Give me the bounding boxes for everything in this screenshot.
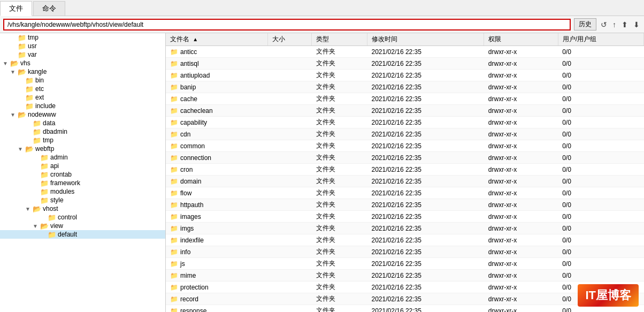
table-row[interactable]: 📁banip文件夹2021/02/16 22:35drwxr-xr-x0/0: [166, 81, 644, 93]
tree-label-admin: admin: [49, 154, 68, 161]
table-row[interactable]: 📁cron文件夹2021/02/16 22:35drwxr-xr-x0/0: [166, 164, 644, 176]
tree-item-etc[interactable]: 📁etc: [0, 85, 165, 93]
file-perm-cell: drwxr-xr-x: [484, 70, 558, 81]
col-size[interactable]: 大小: [268, 33, 312, 46]
table-row[interactable]: 📁connection文件夹2021/02/16 22:35drwxr-xr-x…: [166, 152, 644, 164]
file-modified-cell: 2021/02/16 22:35: [367, 270, 484, 281]
download-icon[interactable]: ⬇: [632, 20, 641, 29]
tree-item-webftp[interactable]: ▼📂webftp: [0, 144, 165, 153]
up-icon[interactable]: ↑: [611, 20, 617, 29]
tree-label-usr: usr: [27, 42, 37, 50]
table-row[interactable]: 📁imgs文件夹2021/02/16 22:35drwxr-xr-x0/0: [166, 223, 644, 234]
tree-item-kangle[interactable]: ▼📂kangle: [0, 67, 165, 76]
file-folder-icon: 📁: [170, 295, 178, 303]
history-button[interactable]: 历史: [574, 18, 596, 31]
file-perm-cell: drwxr-xr-x: [484, 234, 558, 246]
file-name-cell: 📁response: [166, 305, 268, 313]
file-name-cell: 📁antisql: [166, 58, 268, 70]
tab-file[interactable]: 文件: [0, 1, 32, 16]
tree-item-dbadmin[interactable]: 📁dbadmin: [0, 127, 165, 136]
file-size-cell: [268, 281, 312, 293]
refresh-icon[interactable]: ↺: [600, 20, 608, 29]
table-row[interactable]: 📁cdn文件夹2021/02/16 22:35drwxr-xr-x0/0: [166, 128, 644, 140]
tree-item-tmp2[interactable]: 📁tmp: [0, 136, 165, 144]
tree-label-dbadmin: dbadmin: [42, 128, 67, 135]
file-name-cell: 📁cache: [166, 93, 268, 105]
table-row[interactable]: 📁antisql文件夹2021/02/16 22:35drwxr-xr-x0/0: [166, 58, 644, 70]
file-type-cell: 文件夹: [312, 46, 367, 58]
upload-icon[interactable]: ⬆: [620, 20, 629, 29]
col-type[interactable]: 类型: [312, 33, 367, 46]
file-type-cell: 文件夹: [312, 70, 367, 81]
tab-command[interactable]: 命令: [33, 1, 65, 16]
table-row[interactable]: 📁anticc文件夹2021/02/16 22:35drwxr-xr-x0/0: [166, 46, 644, 58]
table-row[interactable]: 📁images文件夹2021/02/16 22:35drwxr-xr-x0/0: [166, 211, 644, 223]
table-row[interactable]: 📁common文件夹2021/02/16 22:35drwxr-xr-x0/0: [166, 140, 644, 152]
tree-item-bin[interactable]: 📁bin: [0, 76, 165, 85]
table-row[interactable]: 📁record文件夹2021/02/16 22:35drwxr-xr-x0/0: [166, 293, 644, 305]
path-input[interactable]: [3, 19, 571, 31]
file-name-cell: 📁common: [166, 140, 268, 152]
tree-item-crontab[interactable]: 📁crontab: [0, 170, 165, 179]
tree-label-webftp: webftp: [34, 145, 54, 153]
file-modified-cell: 2021/02/16 22:35: [367, 70, 484, 81]
col-modified[interactable]: 修改时间: [367, 33, 484, 46]
col-filename[interactable]: 文件名 ▲: [166, 33, 268, 46]
col-owner[interactable]: 用户/用户组: [558, 33, 643, 46]
file-name-cell: 📁indexfile: [166, 234, 268, 246]
file-owner-cell: 0/0: [558, 105, 643, 117]
tree-item-data[interactable]: 📁data: [0, 119, 165, 127]
file-type-cell: 文件夹: [312, 58, 367, 70]
tree-item-modules[interactable]: 📁modules: [0, 187, 165, 196]
folder-icon-ext: 📁: [25, 94, 34, 101]
tree-item-style2[interactable]: 📁style: [0, 196, 165, 204]
tree-item-api[interactable]: 📁api: [0, 162, 165, 170]
table-row[interactable]: 📁cache文件夹2021/02/16 22:35drwxr-xr-x0/0: [166, 93, 644, 105]
table-row[interactable]: 📁js文件夹2021/02/16 22:35drwxr-xr-x0/0: [166, 258, 644, 270]
table-row[interactable]: 📁info文件夹2021/02/16 22:35drwxr-xr-x0/0: [166, 246, 644, 258]
table-row[interactable]: 📁domain文件夹2021/02/16 22:35drwxr-xr-x0/0: [166, 176, 644, 187]
file-size-cell: [268, 187, 312, 199]
table-row[interactable]: 📁httpauth文件夹2021/02/16 22:35drwxr-xr-x0/…: [166, 199, 644, 211]
tree-item-vhs[interactable]: ▼📂vhs: [0, 59, 165, 67]
tree-item-ext[interactable]: 📁ext: [0, 93, 165, 102]
col-perm[interactable]: 权限: [484, 33, 558, 46]
tree-item-nodewww[interactable]: ▼📂nodewww: [0, 110, 165, 119]
tree-item-control[interactable]: 📁control: [0, 213, 165, 222]
tree-label-tmp2: tmp: [42, 136, 53, 144]
tree-item-usr[interactable]: 📁usr: [0, 42, 165, 50]
table-row[interactable]: 📁cacheclean文件夹2021/02/16 22:35drwxr-xr-x…: [166, 105, 644, 117]
table-row[interactable]: 📁capability文件夹2021/02/16 22:35drwxr-xr-x…: [166, 117, 644, 128]
file-modified-cell: 2021/02/16 22:35: [367, 305, 484, 313]
file-type-cell: 文件夹: [312, 305, 367, 313]
file-perm-cell: drwxr-xr-x: [484, 58, 558, 70]
table-row[interactable]: 📁response文件夹2021/02/16 22:35drwxr-xr-x0/…: [166, 305, 644, 313]
tree-item-include[interactable]: 📁include: [0, 102, 165, 110]
table-row[interactable]: 📁antiupload文件夹2021/02/16 22:35drwxr-xr-x…: [166, 70, 644, 81]
table-row[interactable]: 📁indexfile文件夹2021/02/16 22:35drwxr-xr-x0…: [166, 234, 644, 246]
folder-icon-control: 📁: [47, 214, 57, 221]
table-row[interactable]: 📁mime文件夹2021/02/16 22:35drwxr-xr-x0/0: [166, 270, 644, 281]
tree-item-admin[interactable]: 📁admin: [0, 153, 165, 162]
tree-item-var[interactable]: 📁var: [0, 50, 165, 59]
file-modified-cell: 2021/02/16 22:35: [367, 46, 484, 58]
tree-item-default[interactable]: 📁default: [0, 230, 165, 239]
file-perm-cell: drwxr-xr-x: [484, 176, 558, 187]
table-row[interactable]: 📁protection文件夹2021/02/16 22:35drwxr-xr-x…: [166, 281, 644, 293]
file-size-cell: [268, 81, 312, 93]
file-type-cell: 文件夹: [312, 81, 367, 93]
tree-item-framework[interactable]: 📁framework: [0, 179, 165, 187]
folder-icon-framework: 📁: [40, 179, 49, 187]
tree-item-vhost[interactable]: ▼📂vhost: [0, 204, 165, 213]
file-name-cell: 📁mime: [166, 270, 268, 281]
tree-item-view[interactable]: ▼📂view: [0, 222, 165, 230]
table-row[interactable]: 📁flow文件夹2021/02/16 22:35drwxr-xr-x0/0: [166, 187, 644, 199]
file-folder-icon: 📁: [170, 95, 178, 103]
file-size-cell: [268, 176, 312, 187]
tree-toggle-vhost: ▼: [24, 206, 32, 212]
file-modified-cell: 2021/02/16 22:35: [367, 93, 484, 105]
tree-item-tmp[interactable]: 📁tmp: [0, 33, 165, 42]
file-owner-cell: 0/0: [558, 140, 643, 152]
tree-panel: 📁tmp📁usr📁var▼📂vhs▼📂kangle📁bin📁etc📁ext📁in…: [0, 33, 166, 312]
tree-toggle-view: ▼: [31, 223, 40, 229]
